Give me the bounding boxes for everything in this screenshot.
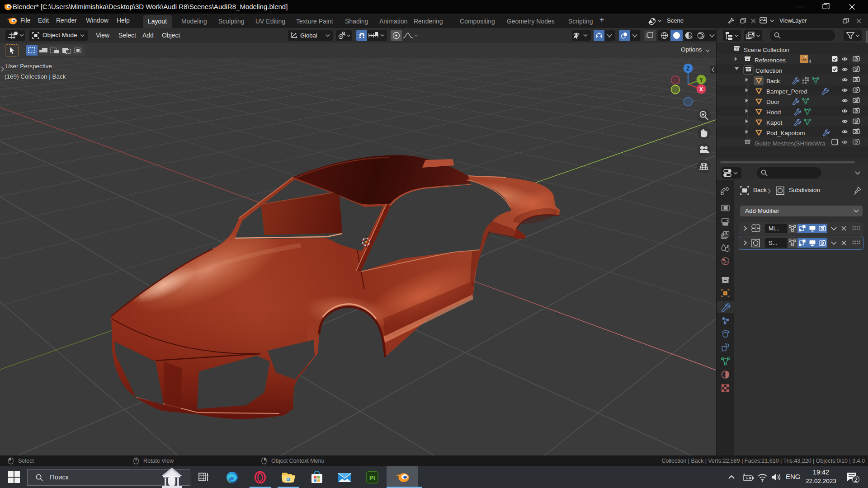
svg-text:2: 2 (854, 477, 858, 483)
svg-text:References: References (755, 57, 786, 64)
svg-text:Door: Door (766, 99, 780, 105)
svg-text:Hood: Hood (766, 109, 781, 116)
svg-text:Pt: Pt (369, 474, 376, 481)
svg-text:Back: Back (766, 78, 780, 84)
svg-text:Scene Collection: Scene Collection (744, 47, 789, 53)
svg-text:Collection: Collection (755, 67, 782, 74)
svg-text:X: X (699, 86, 703, 93)
svg-text:Kapot: Kapot (766, 119, 783, 126)
svg-text:Pod_Kapotom: Pod_Kapotom (766, 130, 805, 136)
svg-text:Z: Z (686, 66, 689, 72)
svg-text:Guide Meshes(SHrinkWra: Guide Meshes(SHrinkWra (755, 140, 826, 147)
svg-text:4: 4 (809, 59, 811, 64)
svg-text:Bamper_Pered: Bamper_Pered (766, 88, 807, 95)
svg-text:Y: Y (699, 77, 703, 83)
